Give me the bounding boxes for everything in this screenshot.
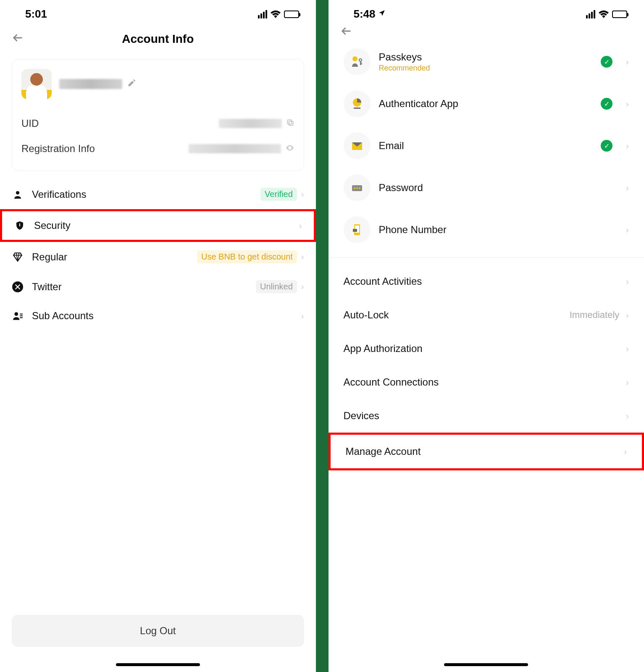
signal-icon: [586, 10, 595, 18]
chevron-right-icon: ›: [626, 225, 629, 235]
sec-title: Password: [379, 182, 613, 194]
x-twitter-icon: [12, 281, 24, 293]
svg-point-18: [359, 187, 360, 189]
item-label: Auto-Lock: [344, 309, 563, 321]
item-auto-lock[interactable]: Auto-Lock Immediately ›: [329, 298, 644, 332]
item-account-connections[interactable]: Account Connections ›: [329, 365, 644, 399]
item-devices[interactable]: Devices ›: [329, 399, 644, 433]
menu-verifications[interactable]: Verifications Verified ›: [0, 179, 316, 209]
unlinked-badge: Unlinked: [256, 280, 297, 293]
sub-accounts-icon: [12, 310, 24, 322]
person-icon: [12, 189, 24, 200]
security-password[interactable]: Password ›: [329, 167, 644, 209]
battery-icon: [612, 10, 627, 18]
chevron-right-icon: ›: [299, 221, 302, 231]
chevron-right-icon: ›: [626, 310, 629, 320]
wifi-icon: [271, 10, 281, 18]
security-authenticator[interactable]: Authenticator App ✓ ›: [329, 83, 644, 125]
menu-label: Security: [34, 220, 291, 231]
username-redacted: [59, 79, 122, 89]
status-bar: 5:01: [0, 0, 316, 24]
edit-icon[interactable]: [127, 78, 137, 90]
authenticator-icon: [344, 90, 371, 117]
svg-rect-0: [289, 121, 293, 125]
svg-rect-21: [353, 229, 357, 232]
sec-title: Authenticator App: [379, 98, 593, 110]
check-icon: ✓: [601, 98, 612, 110]
registration-value-redacted: [189, 144, 281, 153]
chevron-right-icon: ›: [301, 282, 304, 291]
copy-icon[interactable]: [286, 118, 294, 129]
svg-point-11: [359, 59, 362, 61]
account-info-screen: 5:01 Account Info: [0, 0, 316, 672]
svg-rect-13: [354, 108, 360, 109]
home-indicator[interactable]: [116, 663, 200, 666]
menu-label: Regular: [32, 251, 189, 263]
menu-security[interactable]: Security ›: [0, 209, 316, 242]
sec-title: Passkeys: [379, 51, 593, 63]
recommended-badge: Recommended: [379, 64, 593, 73]
back-button[interactable]: [340, 25, 352, 40]
section-divider: [329, 257, 644, 258]
menu-label: Sub Accounts: [32, 310, 293, 322]
status-time: 5:01: [25, 8, 47, 21]
item-manage-account[interactable]: Manage Account ›: [329, 433, 644, 470]
svg-point-2: [16, 191, 19, 194]
chevron-right-icon: ›: [301, 311, 304, 321]
shield-icon: [14, 220, 26, 231]
menu-sub-accounts[interactable]: Sub Accounts ›: [0, 302, 316, 330]
item-value: Immediately: [570, 310, 620, 320]
svg-rect-8: [20, 315, 23, 316]
header: [329, 24, 644, 41]
menu-twitter[interactable]: Twitter Unlinked ›: [0, 272, 316, 302]
signal-icon: [258, 10, 267, 18]
screen-divider: [316, 0, 329, 672]
item-account-activities[interactable]: Account Activities ›: [329, 265, 644, 298]
check-icon: ✓: [601, 140, 612, 152]
registration-row[interactable]: Registration Info: [21, 136, 294, 161]
eye-icon[interactable]: [285, 143, 294, 155]
security-phone[interactable]: Phone Number ›: [329, 209, 644, 251]
menu-label: Twitter: [32, 281, 247, 293]
logout-button[interactable]: Log Out: [12, 615, 304, 647]
chevron-right-icon: ›: [626, 411, 629, 421]
chevron-right-icon: ›: [624, 447, 627, 457]
phone-icon: [344, 216, 371, 243]
avatar[interactable]: [21, 69, 52, 99]
item-app-authorization[interactable]: App Authorization ›: [329, 332, 644, 365]
profile-card: UID Registration Info: [12, 59, 304, 171]
battery-icon: [284, 10, 299, 18]
bnb-discount-badge: Use BNB to get discount: [197, 250, 297, 263]
security-passkeys[interactable]: Passkeys Recommended ✓ ›: [329, 41, 644, 83]
svg-point-4: [19, 223, 20, 224]
page-title: Account Info: [12, 32, 304, 46]
uid-value-redacted: [219, 119, 282, 128]
svg-point-6: [14, 312, 18, 316]
item-label: Manage Account: [346, 446, 618, 457]
chevron-right-icon: ›: [626, 57, 629, 67]
menu-regular[interactable]: Regular Use BNB to get discount ›: [0, 242, 316, 272]
sec-title: Phone Number: [379, 224, 613, 236]
uid-row[interactable]: UID: [21, 111, 294, 136]
sec-title: Email: [379, 140, 593, 152]
diamond-icon: [12, 251, 24, 263]
security-settings-screen: 5:48 Passkeys Recommended: [329, 0, 644, 672]
chevron-right-icon: ›: [626, 378, 629, 387]
wifi-icon: [599, 10, 609, 18]
registration-label: Registration Info: [21, 143, 95, 155]
chevron-right-icon: ›: [626, 277, 629, 286]
header: Account Info: [0, 24, 316, 54]
home-indicator[interactable]: [444, 663, 528, 666]
menu-label: Verifications: [32, 189, 252, 200]
security-email[interactable]: Email ✓ ›: [329, 125, 644, 167]
svg-rect-3: [19, 224, 20, 226]
back-button[interactable]: [12, 32, 24, 47]
chevron-right-icon: ›: [626, 344, 629, 354]
status-bar: 5:48: [329, 0, 644, 24]
status-time: 5:48: [354, 8, 376, 21]
svg-point-16: [354, 187, 355, 189]
svg-rect-7: [20, 314, 23, 315]
svg-rect-1: [287, 120, 292, 124]
logout-label: Log Out: [140, 625, 176, 636]
chevron-right-icon: ›: [626, 183, 629, 193]
